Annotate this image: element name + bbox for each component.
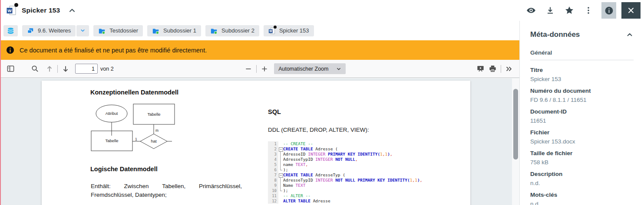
download-icon: [546, 6, 555, 15]
code-fold-gutter: [278, 183, 283, 188]
pdf-viewer[interactable]: Konzeptionellen Datenmodell Attribut Tab…: [0, 78, 519, 205]
metadata-field-label: Titre: [530, 67, 634, 73]
breadcrumb-root-database[interactable]: [3, 25, 18, 36]
code-line: 10);: [268, 188, 422, 193]
code-line: 2CREATE TABLE Adresse (: [268, 146, 422, 152]
star-icon: [565, 6, 574, 15]
metadata-field-label: Fichier: [530, 130, 634, 136]
code-line-text: );: [283, 167, 288, 172]
code-line: 7CREATE TABLE AdresseTyp (: [268, 172, 422, 178]
heading-logical-model: Logische Datenmodell: [90, 166, 158, 172]
metadata-field-mots-cl-s: Mots-clésn.d.: [530, 192, 634, 205]
metadata-fields: TitreSpicker 153Numéro du documentFD 9.6…: [530, 67, 634, 205]
svg-text:W: W: [269, 29, 272, 33]
favorite-button[interactable]: [560, 3, 579, 18]
viewer-scrollbar[interactable]: [512, 78, 519, 205]
code-line-text: name TEXT,: [283, 162, 308, 167]
presentation-icon: [476, 65, 485, 73]
sidebar-toggle-icon: [7, 65, 15, 73]
heading-sql: SQL: [268, 108, 281, 115]
zoom-level-value: Automatischer Zoom: [278, 66, 328, 72]
code-line-number: 9: [268, 183, 278, 188]
code-line-number: 3: [268, 152, 278, 157]
breadcrumb-item-testdossier[interactable]: Testdossier: [93, 25, 143, 36]
chevron-up-icon: [626, 31, 634, 39]
code-fold-gutter: [278, 157, 283, 162]
code-line: 4AdresseTypID INTEGER NOT NULL,: [268, 157, 422, 162]
code-fold-toggle-icon[interactable]: [278, 146, 283, 152]
close-button[interactable]: [621, 2, 641, 19]
folder-icon: [210, 27, 218, 34]
toggle-sidebar-button[interactable]: [4, 63, 17, 75]
zoom-in-button[interactable]: [258, 63, 271, 75]
code-line: 11-- ALTER --: [268, 193, 422, 198]
sidebar-title: Méta-données: [530, 30, 580, 39]
collapse-metadata-button[interactable]: [626, 31, 634, 39]
code-fold-gutter: [278, 198, 283, 204]
preview-button[interactable]: [522, 3, 541, 18]
scrollbar-thumb[interactable]: [513, 89, 518, 159]
code-fold-gutter: [278, 188, 283, 193]
next-page-button[interactable]: [59, 63, 72, 75]
print-button[interactable]: [487, 63, 499, 75]
zoom-level-select[interactable]: Automatischer Zoom: [274, 63, 346, 74]
metadata-field-value: 11651: [530, 118, 634, 124]
main-area: 9.6. WeiteresTestdossierSubdossier 1Subd…: [0, 21, 519, 205]
info-icon: [604, 6, 614, 15]
diagram-relation-label: hat: [151, 139, 157, 143]
breadcrumb-item-subdossier-2[interactable]: Subdossier 2: [205, 25, 259, 36]
previous-page-button[interactable]: [43, 63, 56, 75]
info-button[interactable]: [601, 2, 616, 19]
search-button[interactable]: [29, 63, 41, 75]
metadata-field-value: 758 kB: [530, 159, 634, 166]
double-chevron-right-icon: [505, 65, 513, 73]
sql-code-block: 1-- CREATE --2CREATE TABLE Adresse (3Adr…: [268, 141, 422, 204]
breadcrumb-item-spicker-153[interactable]: WSpicker 153: [264, 25, 314, 36]
metadata-field-taille-de-fichier: Taille de fichier758 kB: [530, 150, 634, 166]
code-fold-gutter: [278, 193, 283, 198]
download-button[interactable]: [541, 3, 560, 18]
code-line: 12ALTER TABLE Adresse: [268, 198, 422, 204]
chevron-down-icon: [336, 66, 341, 72]
breadcrumb-item-label: Spicker 153: [279, 27, 309, 34]
metadata-field-value: Spicker 153.docx: [530, 139, 634, 145]
code-line: 6);: [268, 167, 422, 172]
toolbar-more-tools-button[interactable]: [503, 63, 515, 75]
eye-icon: [526, 6, 536, 15]
metadata-field-label: Mots-clés: [530, 192, 634, 198]
presentation-mode-button[interactable]: [475, 63, 487, 75]
diagram-cardinality-m: m: [155, 128, 159, 133]
diagram-attribute-label: Attribut: [106, 111, 118, 116]
collapse-title-button[interactable]: [66, 4, 78, 16]
banner-info-icon: [6, 46, 14, 54]
metadata-field-num-ro-du-document: Numéro du documentFD 9.6 / 8.1.1 / 11651: [530, 88, 634, 103]
breadcrumb-item-subdossier-1[interactable]: Subdossier 1: [147, 25, 201, 36]
code-fold-gutter: [278, 167, 283, 172]
arrow-down-icon: [62, 65, 69, 73]
page-number-input[interactable]: [75, 64, 98, 74]
code-line-text: CREATE TABLE Adresse (: [283, 146, 338, 152]
page-count-label: von 2: [100, 66, 114, 72]
close-icon: [627, 7, 635, 14]
metadata-field-value: Spicker 153: [530, 76, 634, 82]
breadcrumb-item-label: Subdossier 1: [163, 27, 196, 34]
more-options-button[interactable]: [579, 3, 598, 18]
breadcrumb-item-dropdown-button[interactable]: [76, 25, 89, 36]
code-line-number: 7: [268, 172, 278, 178]
breadcrumb-item-9-6-weiteres[interactable]: 9.6. Weiteres: [22, 25, 76, 36]
breadcrumb-item-label: 9.6. Weiteres: [38, 27, 71, 34]
metadata-field-value: FD 9.6 / 8.1.1 / 11651: [530, 97, 634, 103]
metadata-field-document-id: Document-ID11651: [530, 109, 634, 124]
pdf-page: Konzeptionellen Datenmodell Attribut Tab…: [42, 81, 470, 205]
plus-icon: [261, 65, 268, 72]
code-line: 8AdresseTypID INTEGER NOT NULL PRIMARY K…: [268, 178, 422, 183]
search-icon: [31, 65, 39, 73]
code-line: 1-- CREATE --: [268, 141, 422, 146]
code-fold-gutter: [278, 152, 283, 157]
code-fold-gutter: [278, 162, 283, 167]
code-line-text: AdresseID INTEGER PRIMARY KEY IDENTITY(1…: [283, 152, 393, 157]
code-fold-toggle-icon[interactable]: [278, 172, 283, 178]
zoom-out-button[interactable]: [242, 63, 254, 75]
logical-model-paragraph: Enthält: Zwischen Tabellen, Primärschlüs…: [91, 182, 242, 199]
database-icon: [7, 27, 14, 35]
